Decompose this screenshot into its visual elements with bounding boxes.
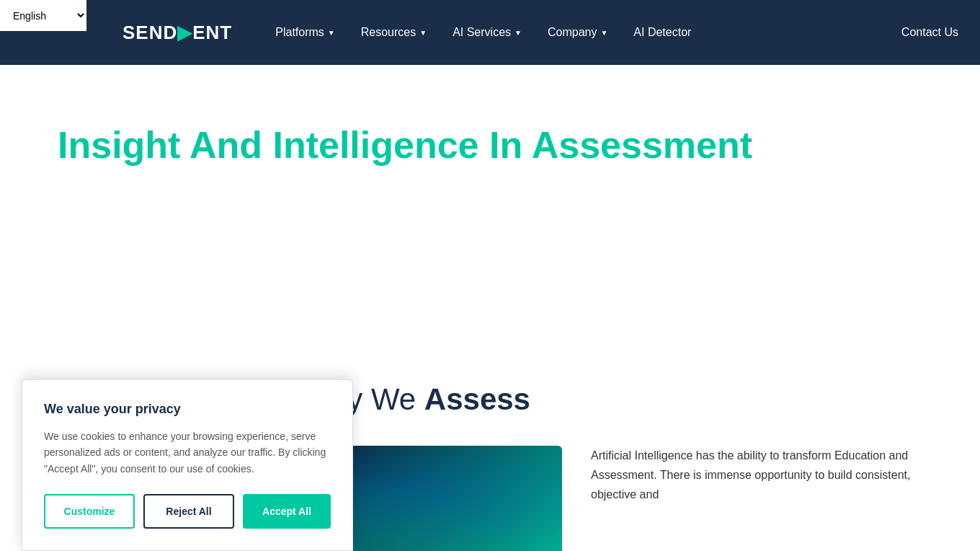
contact-label: Contact Us [901, 26, 958, 38]
platforms-label: Platforms [275, 26, 324, 39]
nav-item-ai-services: AI Services ▼ [453, 26, 522, 39]
nav-links: Platforms ▼ Resources ▼ AI Services ▼ Co… [275, 26, 691, 39]
section-title-bold: Assess [424, 382, 530, 416]
nav-link-resources[interactable]: Resources ▼ [361, 26, 427, 39]
ai-services-label: AI Services [453, 26, 511, 39]
hero-section: Insight And Intelligence In Assessment [0, 65, 980, 339]
language-selector[interactable]: EnglishFrenchSpanishGerman [0, 0, 86, 31]
section-text: Artificial Intelligence has the ability … [591, 446, 922, 505]
platforms-chevron-icon: ▼ [328, 29, 335, 37]
logo-text: SEND▶ENT [122, 22, 232, 44]
resources-chevron-icon: ▼ [419, 29, 427, 37]
nav-link-platforms[interactable]: Platforms ▼ [275, 26, 334, 39]
hero-title: Insight And Intelligence In Assessment [58, 123, 922, 167]
nav-item-company: Company ▼ [548, 26, 607, 39]
resources-label: Resources [361, 26, 416, 39]
nav-link-ai-services[interactable]: AI Services ▼ [453, 26, 522, 39]
ai-detector-label: AI Detector [633, 26, 691, 39]
cookie-body: We use cookies to enhance your browsing … [44, 428, 331, 477]
cookie-title: We value your privacy [44, 402, 331, 417]
nav-link-ai-detector[interactable]: AI Detector [633, 26, 691, 39]
section-body-text: Artificial Intelligence has the ability … [591, 446, 922, 505]
logo-arrow: ▶ [177, 22, 192, 43]
navbar: EnglishFrenchSpanishGerman SEND▶ENT Plat… [0, 0, 980, 65]
reject-all-button[interactable]: Reject All [143, 494, 234, 529]
company-label: Company [548, 26, 597, 39]
nav-item-resources: Resources ▼ [361, 26, 427, 39]
nav-item-ai-detector: AI Detector [633, 26, 691, 39]
nav-link-contact[interactable]: Contact Us [901, 26, 958, 38]
ai-services-chevron-icon: ▼ [514, 29, 522, 37]
cookie-buttons: Customize Reject All Accept All [44, 494, 331, 529]
nav-item-platforms: Platforms ▼ [275, 26, 334, 39]
nav-link-company[interactable]: Company ▼ [548, 26, 607, 39]
accept-all-button[interactable]: Accept All [243, 494, 331, 529]
company-chevron-icon: ▼ [600, 29, 607, 37]
site-logo[interactable]: SEND▶ENT [122, 22, 232, 44]
nav-contact: Contact Us [901, 26, 958, 39]
customize-button[interactable]: Customize [44, 494, 135, 529]
cookie-banner: We value your privacy We use cookies to … [22, 379, 353, 551]
